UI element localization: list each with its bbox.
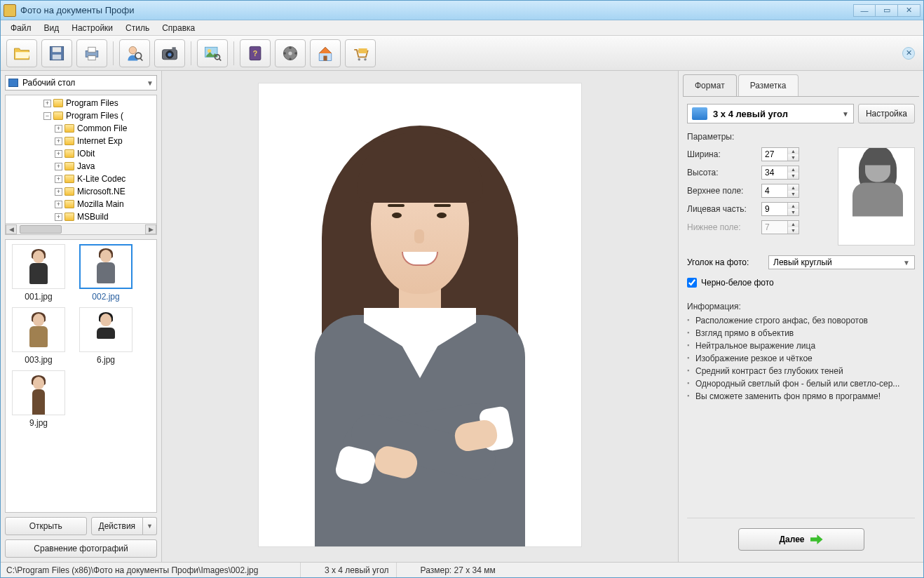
tree-item[interactable]: +Common File bbox=[6, 122, 156, 135]
tree-item[interactable]: +Mozilla Main bbox=[6, 198, 156, 210]
tab-layout[interactable]: Разметка bbox=[738, 74, 799, 96]
face-input[interactable] bbox=[762, 203, 787, 215]
home-button[interactable] bbox=[310, 39, 341, 67]
format-settings-button[interactable]: Настройка bbox=[858, 104, 915, 123]
face-label: Лицевая часть: bbox=[687, 204, 757, 214]
open-folder-button[interactable] bbox=[6, 39, 37, 67]
folder-icon bbox=[53, 112, 63, 120]
minimize-button[interactable]: — bbox=[853, 4, 876, 17]
format-select[interactable]: 3 x 4 левый угол ▼ bbox=[687, 104, 854, 123]
spin-down[interactable]: ▼ bbox=[788, 173, 799, 179]
svg-point-14 bbox=[208, 48, 211, 52]
svg-rect-1 bbox=[53, 47, 61, 52]
chevron-down-icon: ▼ bbox=[147, 523, 153, 530]
tree-expand-icon[interactable]: + bbox=[55, 163, 62, 170]
thumbnail[interactable]: 003.jpg bbox=[10, 307, 67, 365]
height-input[interactable] bbox=[762, 166, 787, 179]
tree-item[interactable]: +Program Files bbox=[6, 97, 156, 109]
tree-expand-icon[interactable]: + bbox=[55, 201, 62, 208]
top-input[interactable] bbox=[762, 184, 787, 197]
corner-select[interactable]: Левый круглый ▼ bbox=[768, 255, 915, 269]
scroll-left-icon[interactable]: ◀ bbox=[6, 224, 17, 234]
image-edit-button[interactable] bbox=[197, 39, 228, 67]
tree-label: IObit bbox=[77, 149, 95, 159]
tree-expand-icon[interactable]: + bbox=[55, 188, 62, 196]
actions-button[interactable]: Действия bbox=[91, 517, 144, 535]
top-spinner[interactable]: ▲▼ bbox=[761, 184, 799, 198]
scroll-right-icon[interactable]: ▶ bbox=[145, 224, 156, 234]
format-icon bbox=[692, 107, 707, 120]
open-button[interactable]: Открыть bbox=[5, 517, 87, 535]
tree-expand-icon[interactable]: + bbox=[55, 137, 62, 145]
width-spinner[interactable]: ▲▼ bbox=[761, 147, 799, 161]
menu-file[interactable]: Файл bbox=[5, 22, 37, 34]
thumbnail-image bbox=[95, 312, 116, 351]
thumbnail[interactable]: 001.jpg bbox=[10, 244, 67, 302]
close-panel-icon[interactable]: ✕ bbox=[902, 47, 915, 60]
tree-label: Mozilla Main bbox=[77, 199, 124, 209]
width-input[interactable] bbox=[762, 148, 787, 161]
thumbnail-caption: 001.jpg bbox=[10, 292, 67, 302]
tree-expand-icon[interactable]: − bbox=[43, 112, 51, 120]
svg-point-21 bbox=[289, 46, 292, 49]
folder-icon bbox=[64, 200, 74, 208]
bottom-margin-label: Нижнее поле: bbox=[687, 222, 757, 232]
cart-button[interactable] bbox=[345, 39, 376, 67]
help-manual-button[interactable]: ? bbox=[240, 39, 271, 67]
tree-item[interactable]: +Internet Exp bbox=[6, 135, 156, 147]
spin-down[interactable]: ▼ bbox=[788, 209, 799, 215]
bw-checkbox[interactable] bbox=[687, 278, 697, 288]
thumbnail[interactable]: 002.jpg bbox=[77, 244, 135, 302]
next-label: Далее bbox=[779, 535, 804, 544]
save-button[interactable] bbox=[41, 39, 72, 67]
maximize-button[interactable]: ▭ bbox=[876, 4, 898, 17]
chevron-down-icon: ▼ bbox=[842, 110, 849, 118]
tree-expand-icon[interactable]: + bbox=[55, 150, 62, 158]
spin-up[interactable]: ▲ bbox=[788, 148, 799, 154]
person-search-button[interactable] bbox=[119, 39, 150, 67]
tree-expand-icon[interactable]: + bbox=[55, 213, 62, 221]
spin-down[interactable]: ▼ bbox=[788, 191, 799, 197]
menu-view[interactable]: Вид bbox=[39, 22, 65, 34]
spin-up[interactable]: ▲ bbox=[788, 184, 799, 191]
camera-button[interactable] bbox=[154, 39, 185, 67]
tree-item[interactable]: +MSBuild bbox=[6, 210, 156, 223]
photo-preview[interactable] bbox=[259, 83, 581, 546]
spin-up[interactable]: ▲ bbox=[788, 166, 799, 173]
thumbnail[interactable]: 9.jpg bbox=[10, 370, 67, 428]
location-combo[interactable]: Рабочий стол ▼ bbox=[5, 75, 157, 90]
desktop-icon bbox=[8, 79, 18, 87]
menu-help[interactable]: Справка bbox=[156, 22, 201, 34]
tree-item[interactable]: +Java bbox=[6, 160, 156, 173]
spin-down: ▼ bbox=[788, 227, 799, 234]
tree-hscrollbar[interactable]: ◀▶ bbox=[6, 223, 156, 234]
spin-down[interactable]: ▼ bbox=[788, 154, 799, 161]
compare-button[interactable]: Сравнение фотографий bbox=[5, 539, 157, 558]
scroll-thumb[interactable] bbox=[20, 225, 62, 234]
menu-style[interactable]: Стиль bbox=[120, 22, 155, 34]
tree-expand-icon[interactable]: + bbox=[43, 100, 51, 107]
face-spinner[interactable]: ▲▼ bbox=[761, 202, 799, 216]
tree-item[interactable]: +K-Lite Codec bbox=[6, 173, 156, 185]
tab-format[interactable]: Формат bbox=[683, 74, 737, 96]
video-button[interactable] bbox=[275, 39, 306, 67]
width-label: Ширина: bbox=[687, 149, 757, 159]
height-spinner[interactable]: ▲▼ bbox=[761, 166, 799, 180]
info-item: Вы сможете заменить фон прямо в программ… bbox=[687, 390, 915, 403]
print-button[interactable] bbox=[76, 39, 107, 67]
close-button[interactable]: ✕ bbox=[898, 4, 920, 17]
tree-expand-icon[interactable]: + bbox=[55, 175, 62, 183]
next-button[interactable]: Далее bbox=[738, 528, 864, 551]
actions-dropdown[interactable]: ▼ bbox=[143, 517, 157, 535]
folder-tree[interactable]: +Program Files−Program Files (+Common Fi… bbox=[5, 95, 157, 235]
tree-item[interactable]: +IObit bbox=[6, 147, 156, 160]
menu-settings[interactable]: Настройки bbox=[66, 22, 118, 34]
thumbnail[interactable]: 6.jpg bbox=[77, 307, 135, 365]
tree-expand-icon[interactable]: + bbox=[55, 125, 62, 133]
svg-rect-12 bbox=[172, 47, 176, 50]
arrow-right-icon bbox=[810, 535, 823, 544]
tree-label: Java bbox=[77, 161, 95, 171]
spin-up[interactable]: ▲ bbox=[788, 203, 799, 209]
tree-item[interactable]: +Microsoft.NE bbox=[6, 185, 156, 198]
tree-item[interactable]: −Program Files ( bbox=[6, 109, 156, 122]
